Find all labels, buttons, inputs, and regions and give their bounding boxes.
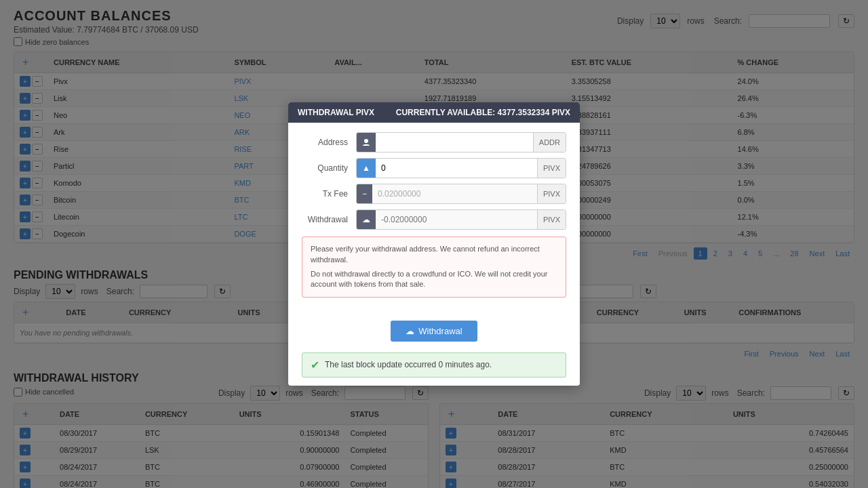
address-suffix: ADDR bbox=[533, 133, 566, 152]
withdrawal-btn-label: Withdrawal bbox=[418, 326, 462, 336]
txfee-label: Tx Fee bbox=[302, 189, 356, 199]
modal-overlay: WITHDRAWAL PIVX CURRENTLY AVAILABLE: 437… bbox=[0, 0, 868, 488]
success-bar: ✔ The last block update occurred 0 minut… bbox=[302, 352, 566, 378]
warning-line1: Please verify your withdrawal address. W… bbox=[311, 244, 557, 265]
cloud-icon: ☁ bbox=[406, 326, 414, 336]
success-msg: The last block update occurred 0 minutes… bbox=[325, 360, 492, 369]
withdrawal-modal: WITHDRAWAL PIVX CURRENTLY AVAILABLE: 437… bbox=[288, 102, 580, 386]
warning-box: Please verify your withdrawal address. W… bbox=[302, 237, 566, 298]
withdrawal-input[interactable] bbox=[376, 210, 537, 229]
warning-line2: Do not withdrawal directly to a crowdfun… bbox=[311, 269, 557, 290]
quantity-up-btn[interactable]: ▲ bbox=[357, 159, 376, 178]
svg-point-0 bbox=[364, 139, 368, 143]
quantity-label: Quantity bbox=[302, 163, 356, 173]
withdrawal-cloud-btn[interactable]: ☁ bbox=[357, 210, 376, 229]
address-input[interactable] bbox=[376, 133, 533, 152]
txfee-icon-btn[interactable]: − bbox=[357, 184, 372, 203]
txfee-suffix: PIVX bbox=[537, 184, 566, 203]
check-circle-icon: ✔ bbox=[311, 359, 319, 371]
quantity-input[interactable] bbox=[376, 159, 537, 178]
address-label: Address bbox=[302, 138, 356, 147]
address-icon-btn[interactable] bbox=[357, 133, 376, 152]
quantity-suffix: PIVX bbox=[537, 159, 566, 178]
txfee-input[interactable] bbox=[372, 184, 537, 203]
withdrawal-submit-btn[interactable]: ☁ Withdrawal bbox=[391, 321, 477, 342]
withdrawal-suffix: PIVX bbox=[537, 210, 566, 229]
withdrawal-label: Withdrawal bbox=[302, 215, 356, 224]
modal-title: WITHDRAWAL PIVX bbox=[298, 108, 374, 117]
modal-available: CURRENTLY AVAILABLE: 4377.3532334 PIVX bbox=[396, 108, 570, 117]
